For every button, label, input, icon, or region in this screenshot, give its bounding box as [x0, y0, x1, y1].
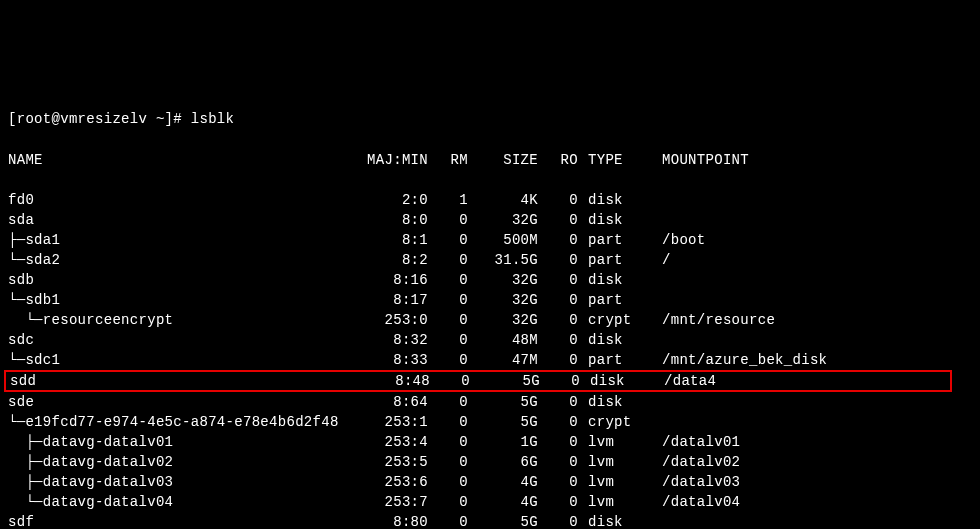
header-size: SIZE — [468, 150, 538, 170]
cell-type: lvm — [588, 492, 648, 512]
cell-name: └─e19fcd77-e974-4e5c-a874-e78e4b6d2f48 — [8, 412, 348, 432]
cell-size: 4K — [468, 190, 538, 210]
cell-majmin: 253:7 — [348, 492, 428, 512]
cell-name: sde — [8, 392, 348, 412]
cell-majmin: 8:17 — [348, 290, 428, 310]
cell-mnt: /datalv04 — [662, 492, 740, 512]
cell-type: disk — [588, 270, 648, 290]
cell-rm: 0 — [438, 512, 468, 529]
cell-size: 4G — [468, 472, 538, 492]
cell-name: ├─datavg-datalv03 — [8, 472, 348, 492]
cell-type: disk — [590, 372, 650, 390]
cell-size: 500M — [468, 230, 538, 250]
cell-majmin: 253:0 — [348, 310, 428, 330]
table-row: sdb8:16032G0disk — [8, 270, 948, 290]
cell-name: └─datavg-datalv04 — [8, 492, 348, 512]
cell-name: fd0 — [8, 190, 348, 210]
cell-mnt: / — [662, 250, 671, 270]
cell-ro: 0 — [548, 210, 578, 230]
cell-type: lvm — [588, 432, 648, 452]
cell-size: 31.5G — [468, 250, 538, 270]
cell-majmin: 8:32 — [348, 330, 428, 350]
lsblk-output: fd02:014K0disksda8:0032G0disk├─sda18:105… — [8, 190, 948, 529]
header-name: NAME — [8, 150, 348, 170]
cell-mnt: /boot — [662, 230, 706, 250]
cell-ro: 0 — [548, 412, 578, 432]
cell-type: part — [588, 230, 648, 250]
cell-rm: 0 — [438, 350, 468, 370]
cell-majmin: 2:0 — [348, 190, 428, 210]
table-row: └─resourceencrypt253:0032G0crypt/mnt/res… — [8, 310, 948, 330]
cell-ro: 0 — [548, 290, 578, 310]
table-row: sdd8:4805G0disk/data4 — [4, 370, 952, 392]
table-row: sdf8:8005G0disk — [8, 512, 948, 529]
table-row: └─datavg-datalv04253:704G0lvm/datalv04 — [8, 492, 948, 512]
table-row: ├─datavg-datalv01253:401G0lvm/datalv01 — [8, 432, 948, 452]
table-row: fd02:014K0disk — [8, 190, 948, 210]
table-row: sde8:6405G0disk — [8, 392, 948, 412]
cell-rm: 0 — [438, 492, 468, 512]
cell-name: └─resourceencrypt — [8, 310, 348, 330]
cell-mnt: /mnt/resource — [662, 310, 775, 330]
cell-type: disk — [588, 392, 648, 412]
cell-majmin: 253:1 — [348, 412, 428, 432]
cell-name: sdc — [8, 330, 348, 350]
shell-prompt: [root@vmresizelv ~]# — [8, 111, 182, 127]
cell-mnt: /datalv02 — [662, 452, 740, 472]
cell-majmin: 8:48 — [350, 372, 430, 390]
cell-name: ├─datavg-datalv02 — [8, 452, 348, 472]
header-ro: RO — [548, 150, 578, 170]
cell-type: disk — [588, 190, 648, 210]
cell-type: disk — [588, 330, 648, 350]
prompt-line[interactable]: [root@vmresizelv ~]# lsblk — [8, 109, 948, 129]
header-majmin: MAJ:MIN — [348, 150, 428, 170]
cell-name: sdb — [8, 270, 348, 290]
cell-rm: 0 — [438, 250, 468, 270]
cell-size: 47M — [468, 350, 538, 370]
cell-type: part — [588, 350, 648, 370]
cell-ro: 0 — [548, 310, 578, 330]
table-row: └─e19fcd77-e974-4e5c-a874-e78e4b6d2f4825… — [8, 412, 948, 432]
cell-ro: 0 — [548, 230, 578, 250]
cell-mnt: /datalv03 — [662, 472, 740, 492]
cell-rm: 0 — [438, 210, 468, 230]
cell-type: disk — [588, 512, 648, 529]
cell-size: 5G — [470, 372, 540, 390]
cell-rm: 0 — [438, 432, 468, 452]
cell-type: crypt — [588, 310, 648, 330]
cell-type: lvm — [588, 472, 648, 492]
cell-majmin: 253:4 — [348, 432, 428, 452]
cell-rm: 0 — [438, 310, 468, 330]
cell-majmin: 8:1 — [348, 230, 428, 250]
header-type: TYPE — [588, 150, 648, 170]
table-row: └─sdc18:33047M0part/mnt/azure_bek_disk — [8, 350, 948, 370]
cell-majmin: 253:5 — [348, 452, 428, 472]
cell-rm: 0 — [438, 472, 468, 492]
cell-ro: 0 — [548, 492, 578, 512]
lsblk-header: NAMEMAJ:MINRMSIZEROTYPEMOUNTPOINT — [8, 150, 948, 170]
cell-name: └─sdc1 — [8, 350, 348, 370]
cell-size: 32G — [468, 290, 538, 310]
cell-size: 32G — [468, 270, 538, 290]
cell-size: 48M — [468, 330, 538, 350]
cell-ro: 0 — [548, 330, 578, 350]
cell-name: └─sdb1 — [8, 290, 348, 310]
cell-majmin: 8:2 — [348, 250, 428, 270]
table-row: └─sda28:2031.5G0part/ — [8, 250, 948, 270]
cell-name: sdf — [8, 512, 348, 529]
header-rm: RM — [438, 150, 468, 170]
cell-majmin: 8:33 — [348, 350, 428, 370]
cell-size: 5G — [468, 412, 538, 432]
cell-rm: 0 — [440, 372, 470, 390]
cell-ro: 0 — [548, 190, 578, 210]
cell-ro: 0 — [548, 512, 578, 529]
cell-mnt: /data4 — [664, 372, 716, 390]
cell-type: part — [588, 250, 648, 270]
cell-size: 4G — [468, 492, 538, 512]
terminal-window: [root@vmresizelv ~]# lsblk NAMEMAJ:MINRM… — [8, 89, 948, 529]
cell-rm: 0 — [438, 270, 468, 290]
cell-ro: 0 — [548, 250, 578, 270]
cell-ro: 0 — [550, 372, 580, 390]
table-row: sdc8:32048M0disk — [8, 330, 948, 350]
cell-rm: 0 — [438, 412, 468, 432]
